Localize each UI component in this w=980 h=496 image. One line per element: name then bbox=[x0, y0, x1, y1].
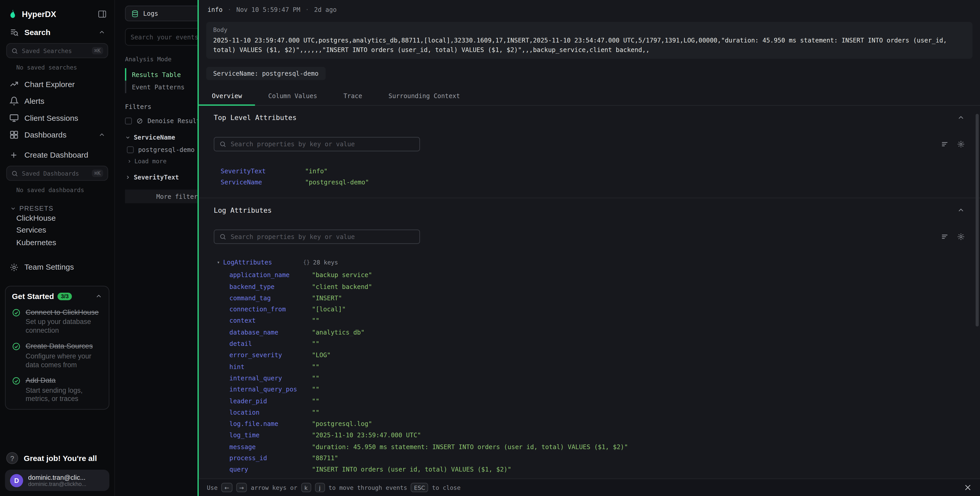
footer-text: arrow keys or bbox=[251, 484, 298, 491]
nav-team-settings[interactable]: Team Settings bbox=[5, 258, 110, 276]
search-list-icon bbox=[9, 27, 19, 37]
help-icon[interactable]: ? bbox=[6, 452, 18, 464]
facet-value-row[interactable]: postgresql-demo bbox=[127, 146, 197, 153]
chevron-up-icon[interactable] bbox=[98, 131, 105, 139]
attribute-row[interactable]: internal_query "" bbox=[229, 372, 965, 384]
saved-dashboards-input[interactable] bbox=[22, 170, 88, 177]
sidebar-collapse-icon[interactable] bbox=[97, 9, 107, 18]
attribute-value: "" bbox=[312, 340, 320, 347]
get-started-item[interactable]: Connect to ClickHouse Set up your databa… bbox=[12, 308, 102, 335]
caret-down-icon[interactable]: ▾ bbox=[217, 259, 223, 265]
detail-tab[interactable]: Column Values bbox=[255, 87, 330, 105]
event-body-block: Body 2025-11-10 23:59:47.000 UTC,postgre… bbox=[206, 22, 972, 59]
denoise-checkbox[interactable] bbox=[125, 118, 132, 124]
preset-dashboard-item[interactable]: ClickHouse bbox=[5, 212, 110, 224]
nav-search[interactable]: Search bbox=[5, 24, 110, 41]
get-started-item[interactable]: Create Data Sources Configure where your… bbox=[12, 342, 102, 369]
chevron-up-icon[interactable] bbox=[98, 28, 105, 36]
hyperdx-logo-icon bbox=[8, 9, 18, 19]
attribute-row[interactable]: application_name "backup_service" bbox=[229, 270, 965, 281]
attribute-row[interactable]: error_severity "LOG" bbox=[229, 349, 965, 361]
detail-tab[interactable]: Trace bbox=[330, 87, 375, 105]
nav-dashboards[interactable]: Dashboards bbox=[5, 126, 110, 144]
attribute-key: command_tag bbox=[229, 294, 312, 301]
attribute-row[interactable]: context "" bbox=[229, 315, 965, 326]
detail-content: Top Level Attributes bbox=[199, 105, 980, 478]
attribute-row[interactable]: location "" bbox=[229, 407, 965, 418]
property-search-input[interactable] bbox=[231, 140, 414, 148]
keys-count-text: 28 keys bbox=[313, 258, 338, 266]
scrollbar-thumb[interactable] bbox=[975, 114, 979, 327]
more-filters-label: More filters bbox=[156, 193, 197, 200]
analysis-mode-option[interactable]: Results Table bbox=[125, 68, 198, 81]
attribute-key: connection_from bbox=[229, 306, 312, 313]
close-icon[interactable] bbox=[964, 483, 972, 491]
saved-dashboards-search[interactable]: ⌘K bbox=[6, 166, 108, 181]
attribute-key: hint bbox=[229, 363, 312, 370]
check-circle-icon bbox=[12, 377, 21, 386]
nav-alerts[interactable]: Alerts bbox=[5, 93, 110, 110]
attribute-key: internal_query_pos bbox=[229, 386, 312, 393]
attribute-row[interactable]: command_tag "INSERT" bbox=[229, 292, 965, 304]
attribute-row[interactable]: backend_type "client backend" bbox=[229, 281, 965, 292]
source-selector-button[interactable]: Logs bbox=[125, 6, 198, 21]
list-view-icon[interactable] bbox=[940, 232, 949, 241]
saved-searches-input[interactable] bbox=[22, 47, 88, 54]
service-tag-pill[interactable]: ServiceName: postgresql-demo bbox=[206, 67, 325, 80]
detail-tab[interactable]: Surrounding Context bbox=[375, 87, 473, 105]
attribute-row[interactable]: log_time "2025-11-10 23:59:47.000 UTC" bbox=[229, 429, 965, 441]
property-search-box[interactable] bbox=[214, 229, 420, 244]
preset-dashboard-item[interactable]: Services bbox=[5, 224, 110, 236]
event-search-box[interactable] bbox=[125, 28, 198, 46]
nav-search-label: Search bbox=[24, 28, 93, 37]
create-dashboard-label: Create Dashboard bbox=[24, 150, 106, 159]
facet-value-checkbox[interactable] bbox=[127, 146, 134, 153]
log-attributes-root[interactable]: ▾ LogAttributes {} 28 keys bbox=[214, 256, 965, 268]
attribute-row[interactable]: internal_query_pos "" bbox=[229, 384, 965, 395]
event-detail-panel: info · Nov 10 5:59:47 PM · 2d ago Body 2… bbox=[197, 0, 980, 496]
more-filters-button[interactable]: More filters bbox=[125, 190, 198, 203]
settings-gear-icon[interactable] bbox=[957, 140, 965, 148]
body-text[interactable]: 2025-11-10 23:59:47.000 UTC,postgres,ana… bbox=[213, 36, 966, 54]
chevron-up-icon[interactable] bbox=[957, 206, 965, 214]
attribute-row[interactable]: SeverityText "info" bbox=[221, 165, 965, 176]
chevron-up-icon[interactable] bbox=[95, 292, 102, 300]
detail-tab[interactable]: Overview bbox=[199, 87, 255, 105]
attribute-row[interactable]: detail "" bbox=[229, 338, 965, 349]
attribute-row[interactable]: hint "" bbox=[229, 361, 965, 372]
attribute-row[interactable]: database_name "analytics_db" bbox=[229, 327, 965, 338]
attribute-row[interactable]: query "INSERT INTO orders (user_id, tota… bbox=[229, 464, 965, 475]
property-search-box[interactable] bbox=[214, 137, 420, 152]
facet-servicename-header[interactable]: ServiceName bbox=[125, 134, 198, 141]
attribute-key: database_name bbox=[229, 329, 312, 336]
attribute-row[interactable]: ServiceName "postgresql-demo" bbox=[221, 177, 965, 188]
list-view-icon[interactable] bbox=[940, 140, 949, 148]
presets-toggle[interactable]: PRESETS bbox=[5, 204, 110, 212]
attribute-row[interactable]: log.file.name "postgresql.log" bbox=[229, 418, 965, 429]
get-started-title: Get Started bbox=[12, 292, 54, 301]
nav-dashboards-label: Dashboards bbox=[24, 130, 93, 139]
analysis-mode-option[interactable]: Event Patterns bbox=[125, 81, 198, 93]
get-started-item-desc: Set up your database connection bbox=[26, 317, 102, 335]
attribute-row[interactable]: process_id "88711" bbox=[229, 453, 965, 464]
load-more-button[interactable]: Load more bbox=[127, 158, 197, 164]
property-search-input[interactable] bbox=[231, 233, 414, 240]
event-search-input[interactable] bbox=[131, 33, 198, 40]
footer-text: to close bbox=[432, 484, 461, 491]
nav-chart-explorer[interactable]: Chart Explorer bbox=[5, 76, 110, 93]
attribute-row[interactable]: leader_pid "" bbox=[229, 395, 965, 407]
nav-client-sessions[interactable]: Client Sessions bbox=[5, 110, 110, 126]
create-dashboard-button[interactable]: Create Dashboard bbox=[5, 146, 110, 163]
get-started-item[interactable]: Add Data Start sending logs, metrics, or… bbox=[12, 376, 102, 403]
settings-gear-icon[interactable] bbox=[957, 232, 965, 241]
preset-dashboard-item[interactable]: Kubernetes bbox=[5, 236, 110, 249]
user-menu[interactable]: D dominic.tran@clic... dominic.tran@clic… bbox=[5, 470, 110, 491]
facet-severitytext-header[interactable]: SeverityText bbox=[125, 174, 198, 181]
saved-searches-search[interactable]: ⌘K bbox=[6, 43, 108, 58]
chevron-up-icon[interactable] bbox=[957, 114, 965, 122]
get-started-header[interactable]: Get Started 3/3 bbox=[12, 292, 102, 301]
app-root: HyperDX Search ⌘K No saved searches bbox=[0, 0, 980, 496]
denoise-toggle[interactable]: Denoise Results bbox=[125, 118, 198, 124]
attribute-row[interactable]: message "duration: 45.950 ms statement: … bbox=[229, 441, 965, 452]
attribute-row[interactable]: connection_from "[local]" bbox=[229, 304, 965, 315]
